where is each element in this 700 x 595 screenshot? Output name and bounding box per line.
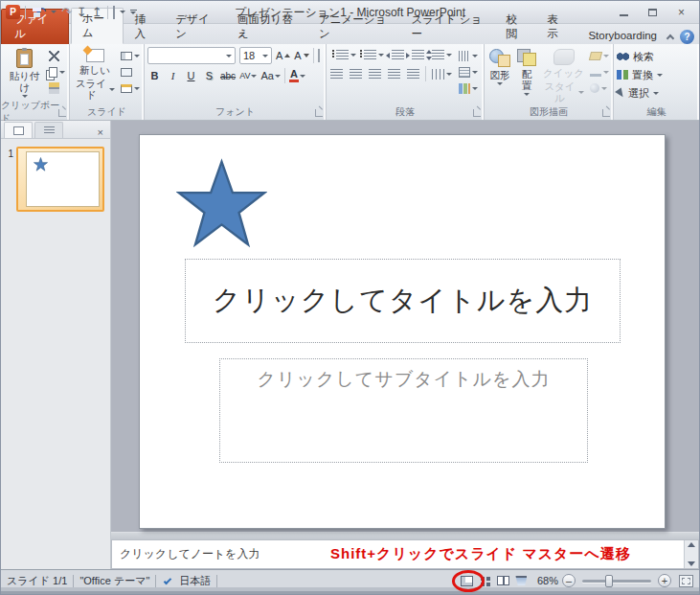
shapes-button[interactable]: 図形 <box>487 47 512 105</box>
notes-placeholder[interactable]: クリックしてノートを入力 <box>120 546 260 562</box>
shape-fill-button[interactable] <box>589 49 610 62</box>
paragraph-dialog-launcher[interactable] <box>473 109 481 117</box>
find-button[interactable]: 検索 <box>617 49 663 64</box>
shape-effects-button[interactable] <box>589 81 610 95</box>
slide-sorter-view-button[interactable] <box>477 574 493 588</box>
copy-button[interactable] <box>48 65 66 79</box>
shape-outline-button[interactable] <box>589 65 610 79</box>
replace-button[interactable]: 置換 <box>617 67 663 82</box>
distribute-button[interactable] <box>406 67 420 80</box>
zoom-slider-thumb[interactable] <box>605 575 613 587</box>
cursor-arrow-icon <box>615 87 626 99</box>
fit-to-window-button[interactable] <box>679 575 693 587</box>
powerpoint-logo-icon[interactable]: P <box>6 5 20 19</box>
slide-canvas[interactable]: クリックしてタイトルを入力 クリックしてサブタイトルを入力 <box>111 121 699 532</box>
tab-transitions[interactable]: 画面切り替え <box>227 10 308 44</box>
tab-slideshow[interactable]: スライド ショー <box>400 10 495 44</box>
font-name-combo[interactable] <box>147 47 236 64</box>
shrink-font-button[interactable]: A <box>294 48 308 63</box>
zoom-slider[interactable] <box>582 580 651 583</box>
increase-indent-button[interactable] <box>411 48 425 61</box>
convert-to-smartart-button[interactable] <box>458 81 479 95</box>
italic-button[interactable]: I <box>166 68 180 83</box>
zoom-in-button[interactable]: + <box>658 574 671 587</box>
quick-styles-button[interactable]: クイック スタイル <box>541 47 586 105</box>
font-size-combo[interactable]: 18 <box>239 47 272 64</box>
paste-button[interactable]: 貼り付け <box>4 47 45 105</box>
layout-button[interactable] <box>120 49 141 62</box>
new-slide-button[interactable]: 新しい スライド <box>73 47 117 105</box>
bold-button[interactable]: B <box>147 68 162 83</box>
tab-view[interactable]: 表示 <box>537 10 578 44</box>
maximize-button[interactable] <box>640 4 666 20</box>
arrange-button[interactable]: 配置 <box>515 47 538 105</box>
reading-view-button[interactable] <box>495 574 511 588</box>
notes-scrollbar[interactable] <box>684 540 698 568</box>
tab-design[interactable]: デザイン <box>165 10 227 44</box>
change-case-button[interactable]: Aa <box>260 68 280 83</box>
bullets-button[interactable] <box>335 48 357 61</box>
zoom-out-button[interactable]: – <box>562 574 576 587</box>
align-center-button[interactable] <box>349 67 363 80</box>
notes-pane[interactable]: クリックしてノートを入力 Shift+クリックでスライド マスターへ遷移 <box>111 539 699 569</box>
zoom-level[interactable]: 68% <box>537 575 558 586</box>
picture-dropdown-arrow-icon[interactable] <box>120 11 125 13</box>
numbering-button[interactable] <box>363 48 385 61</box>
help-icon[interactable]: ? <box>680 30 694 44</box>
select-button[interactable]: 選択 <box>617 85 663 101</box>
font-color-button[interactable]: A <box>289 68 305 83</box>
new-slide-label-2: スライド <box>75 78 107 101</box>
slideshow-view-button[interactable] <box>513 574 530 588</box>
align-text-button[interactable] <box>458 65 479 79</box>
tab-slides-pane[interactable] <box>4 122 33 138</box>
clear-formatting-button[interactable] <box>318 50 320 61</box>
close-button[interactable]: × <box>668 4 694 20</box>
tab-storyboarding[interactable]: Storyboarding <box>577 27 667 44</box>
close-pane-button[interactable]: × <box>95 126 106 138</box>
drawing-dialog-launcher[interactable] <box>602 109 610 117</box>
divider <box>313 48 314 63</box>
tab-outline-pane[interactable] <box>34 122 63 138</box>
tab-review[interactable]: 校閲 <box>496 10 537 44</box>
title-placeholder[interactable]: クリックしてタイトルを入力 <box>185 259 621 343</box>
tab-animations[interactable]: アニメーション <box>308 10 400 44</box>
scroll-down-icon[interactable] <box>688 561 695 566</box>
cut-button[interactable] <box>48 49 66 62</box>
arrow-down-to-bar-button[interactable]: ↧ <box>77 6 87 18</box>
redo-button[interactable]: ↷ <box>61 6 72 18</box>
language-indicator[interactable]: 日本語 <box>179 574 211 588</box>
font-dialog-launcher[interactable] <box>315 109 323 117</box>
slide[interactable]: クリックしてタイトルを入力 クリックしてサブタイトルを入力 <box>139 134 666 529</box>
spell-check-icon[interactable] <box>164 577 171 584</box>
star-shape[interactable] <box>176 156 267 252</box>
decrease-indent-button[interactable] <box>391 48 405 61</box>
grow-font-button[interactable]: A <box>276 48 290 63</box>
columns-button[interactable] <box>431 67 453 80</box>
character-spacing-button[interactable]: AV <box>239 68 257 83</box>
notes-splitter[interactable] <box>111 532 699 539</box>
subtitle-placeholder[interactable]: クリックしてサブタイトルを入力 <box>219 358 588 463</box>
minimize-ribbon-icon[interactable] <box>666 34 674 42</box>
undo-dropdown-arrow-icon[interactable] <box>51 11 56 13</box>
clipboard-dialog-launcher[interactable] <box>58 109 66 117</box>
customize-qat-button[interactable] <box>130 10 137 14</box>
slide-thumbnail-selected[interactable] <box>16 147 104 212</box>
line-spacing-button[interactable] <box>431 48 453 61</box>
strikethrough-button[interactable]: abc <box>220 68 236 83</box>
underline-button[interactable]: U <box>184 68 198 83</box>
arrow-up-from-bar-button[interactable]: ↥ <box>92 6 102 18</box>
text-direction-button[interactable] <box>458 49 479 62</box>
align-right-button[interactable] <box>368 67 382 80</box>
picture-tool-button[interactable] <box>113 7 115 18</box>
justify-button[interactable] <box>387 67 401 80</box>
reset-button[interactable] <box>120 65 141 79</box>
text-shadow-button[interactable]: S <box>202 68 216 83</box>
minimize-button[interactable] <box>611 4 637 20</box>
normal-view-button[interactable] <box>459 574 475 588</box>
editing-group-label: 編集 <box>614 105 699 120</box>
section-button[interactable] <box>120 81 141 95</box>
font-size-value: 18 <box>243 50 255 61</box>
scroll-up-icon[interactable] <box>688 542 695 547</box>
align-left-button[interactable] <box>329 67 344 80</box>
format-painter-button[interactable] <box>48 81 66 95</box>
